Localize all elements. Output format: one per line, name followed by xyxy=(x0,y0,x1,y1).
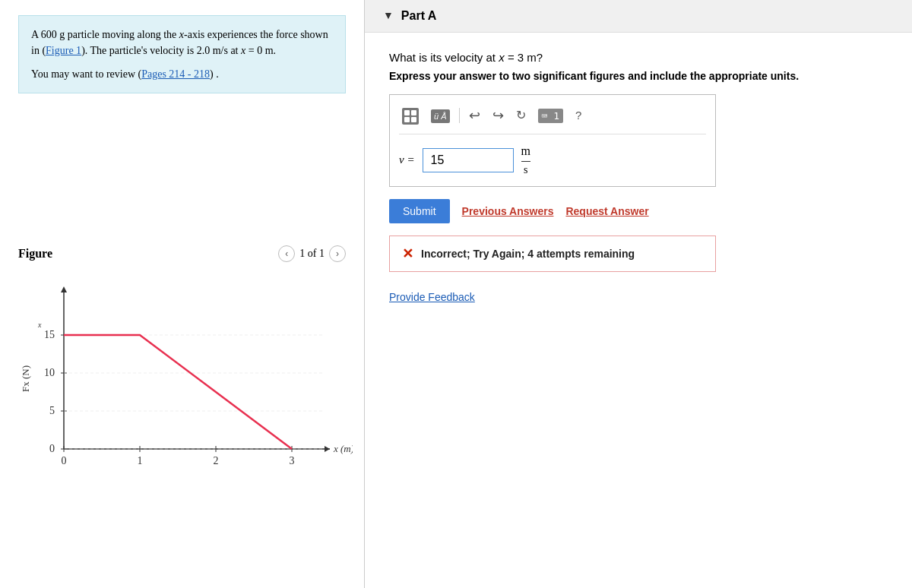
matrix-icon xyxy=(402,108,419,125)
figure-prev-button[interactable]: ‹ xyxy=(278,245,295,262)
feedback-text: Incorrect; Try Again; 4 attempts remaini… xyxy=(421,248,635,260)
figure-next-button[interactable]: › xyxy=(329,245,346,262)
keyboard-button[interactable]: ⌨ 1 xyxy=(535,108,566,123)
submit-row: Submit Previous Answers Request Answer xyxy=(389,199,888,223)
part-header: ▼ Part A xyxy=(365,0,912,33)
svg-text:15: 15 xyxy=(44,329,55,340)
svg-text:0: 0 xyxy=(49,443,55,454)
svg-marker-27 xyxy=(61,286,67,292)
figure-nav: ‹ 1 of 1 › xyxy=(278,245,346,262)
undo-icon: ↩ xyxy=(469,108,480,123)
incorrect-icon: ✕ xyxy=(402,245,413,262)
answer-toolbar: ü Å ↩ ↪ ↻ ⌨ 1 xyxy=(399,104,706,134)
redo-button[interactable]: ↪ xyxy=(489,106,507,125)
velocity-var: v xyxy=(399,153,404,166)
unit-denominator: s xyxy=(524,163,527,177)
problem-box: A 600 g particle moving along the x-axis… xyxy=(18,15,346,93)
problem-text: A 600 g particle moving along the x-axis… xyxy=(31,27,333,58)
chart-area: 0 5 10 15 0 1 2 3 xyxy=(18,268,346,493)
svg-text:3: 3 xyxy=(290,455,295,466)
svg-text:x: x xyxy=(37,321,42,329)
part-title: Part A xyxy=(401,9,437,23)
right-panel: ▼ Part A What is its velocity at x = 3 m… xyxy=(365,0,912,588)
svg-marker-26 xyxy=(325,446,330,452)
provide-feedback-link[interactable]: Provide Feedback xyxy=(389,291,475,303)
toolbar-separator xyxy=(459,108,460,123)
review-note: You may want to review (Pages 214 - 218)… xyxy=(31,66,333,82)
refresh-button[interactable]: ↻ xyxy=(513,106,529,124)
feedback-box: ✕ Incorrect; Try Again; 4 attempts remai… xyxy=(389,236,716,272)
svg-text:1: 1 xyxy=(138,455,143,466)
refresh-icon: ↻ xyxy=(516,109,526,122)
answer-row: v = m s xyxy=(399,144,706,177)
instruction-text: Express your answer to two significant f… xyxy=(389,70,888,82)
matrix-toolbar-button[interactable] xyxy=(399,104,422,126)
units-fraction: m s xyxy=(521,144,530,177)
figure1-link[interactable]: Figure 1 xyxy=(46,45,81,56)
help-icon: ? xyxy=(575,109,581,122)
velocity-input[interactable] xyxy=(423,148,514,172)
force-graph: 0 5 10 15 0 1 2 3 xyxy=(18,274,353,487)
figure-nav-label: 1 of 1 xyxy=(299,248,325,260)
help-button[interactable]: ? xyxy=(572,107,584,123)
svg-text:2: 2 xyxy=(214,455,219,466)
figure-header: Figure ‹ 1 of 1 › xyxy=(18,245,346,262)
svg-text:10: 10 xyxy=(44,367,55,378)
pages-link[interactable]: Pages 214 - 218 xyxy=(141,68,210,80)
question-text: What is its velocity at x = 3 m? xyxy=(389,51,888,64)
unit-numerator: m xyxy=(521,144,530,160)
fraction-line xyxy=(521,161,530,162)
answer-box: ü Å ↩ ↪ ↻ ⌨ 1 xyxy=(389,94,716,187)
figure-title: Figure xyxy=(18,247,52,261)
left-panel: A 600 g particle moving along the x-axis… xyxy=(0,0,365,588)
svg-text:x (m): x (m) xyxy=(333,443,353,454)
figure-section: Figure ‹ 1 of 1 › 0 5 10 xyxy=(18,245,346,493)
collapse-arrow-icon[interactable]: ▼ xyxy=(383,10,394,22)
svg-text:0: 0 xyxy=(62,455,67,466)
unit-toolbar-button[interactable]: ü Å xyxy=(428,108,453,123)
svg-text:5: 5 xyxy=(49,405,55,416)
answer-label: v = xyxy=(399,153,415,166)
request-answer-link[interactable]: Request Answer xyxy=(565,205,648,217)
undo-button[interactable]: ↩ xyxy=(466,106,483,125)
part-content: What is its velocity at x = 3 m? Express… xyxy=(365,33,912,322)
unit-icon: ü Å xyxy=(431,109,450,123)
keyboard-icon: ⌨ 1 xyxy=(538,109,563,123)
redo-icon: ↪ xyxy=(492,108,504,123)
svg-text:Fx (N): Fx (N) xyxy=(20,365,31,392)
prev-answers-link[interactable]: Previous Answers xyxy=(462,205,554,217)
submit-button[interactable]: Submit xyxy=(389,199,450,223)
